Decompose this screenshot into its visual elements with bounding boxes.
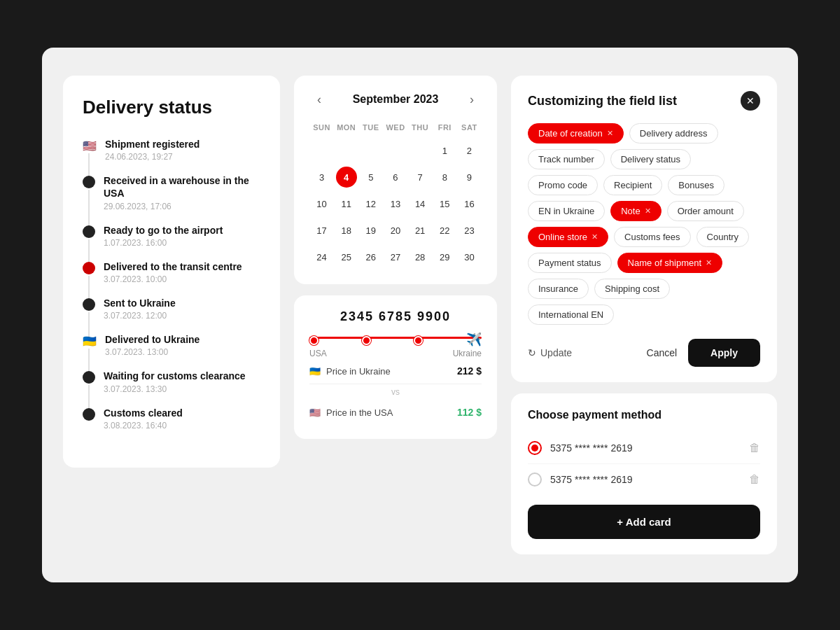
calendar-day[interactable]: 21 xyxy=(408,217,433,244)
close-customizing-button[interactable]: ✕ xyxy=(741,91,760,111)
field-tag[interactable]: Bonuses xyxy=(668,175,724,195)
apply-button[interactable]: Apply xyxy=(688,339,760,367)
calendar-day[interactable]: 8 xyxy=(433,164,457,190)
calendar-day[interactable]: 4 xyxy=(334,164,358,190)
calendar-next-button[interactable]: › xyxy=(462,90,482,109)
customizing-title: Customizing the field list xyxy=(528,94,677,108)
calendar-day[interactable]: 18 xyxy=(334,217,358,244)
price-ukraine-amount: 212 $ xyxy=(457,365,482,377)
field-tag[interactable]: Track number xyxy=(528,149,605,169)
calendar-day[interactable]: 20 xyxy=(383,217,407,244)
field-tag[interactable]: Customs fees xyxy=(614,227,690,247)
field-tag[interactable]: Promo code xyxy=(528,175,598,195)
calendar-day[interactable]: 28 xyxy=(408,244,433,270)
calendar-day[interactable]: 22 xyxy=(433,217,457,244)
calendar-day[interactable]: 3 xyxy=(309,164,334,190)
customizing-card: Customizing the field list ✕ Date of cre… xyxy=(511,76,777,382)
card-number: 5375 **** **** 2619 xyxy=(550,474,633,485)
weekday-header: TUE xyxy=(358,120,383,137)
status-label: Received in a warehouse in the USA xyxy=(104,174,260,200)
calendar-day[interactable]: 25 xyxy=(334,244,358,270)
delete-card-button[interactable]: 🗑 xyxy=(749,473,760,486)
calendar-day[interactable]: 2 xyxy=(457,137,482,164)
status-label: Ready to go to the airport xyxy=(104,224,223,237)
tag-remove-icon[interactable]: ✕ xyxy=(645,206,651,216)
calendar-day[interactable]: 24 xyxy=(309,244,334,270)
mid-dot2 xyxy=(414,336,423,345)
calendar-day[interactable]: 7 xyxy=(408,164,433,190)
field-tag[interactable]: Recipient xyxy=(603,175,662,195)
calendar-day xyxy=(334,137,358,164)
status-date: 24.06.2023, 19:27 xyxy=(105,152,200,162)
route-dots: ✈️ xyxy=(309,333,482,347)
calendar-day[interactable]: 27 xyxy=(383,244,407,270)
radio-button[interactable] xyxy=(528,441,542,455)
calendar-prev-button[interactable]: ‹ xyxy=(309,90,329,109)
field-tag[interactable]: Order amount xyxy=(667,201,744,221)
weekday-header: THU xyxy=(408,120,433,137)
weekday-header: FRI xyxy=(433,120,457,137)
calendar-day[interactable]: 14 xyxy=(408,190,433,217)
field-tag[interactable]: Insurance xyxy=(528,279,589,299)
calendar-day[interactable]: 30 xyxy=(457,244,482,270)
calendar-day[interactable]: 12 xyxy=(358,190,383,217)
weekday-header: WED xyxy=(383,120,407,137)
update-button[interactable]: ↻ Update xyxy=(528,347,572,358)
calendar-title: September 2023 xyxy=(353,93,439,106)
weekday-header: SUN xyxy=(309,120,334,137)
delivery-status-panel: Delivery status 🇺🇸 Shipment registered 2… xyxy=(63,76,280,468)
status-list: 🇺🇸 Shipment registered 24.06.2023, 19:27… xyxy=(83,138,260,430)
status-dot xyxy=(83,262,95,274)
calendar-day[interactable]: 1 xyxy=(433,137,457,164)
field-tag[interactable]: International EN xyxy=(528,304,614,325)
field-tag[interactable]: Delivery status xyxy=(610,149,691,169)
tags-grid[interactable]: Date of creation✕Delivery addressTrack n… xyxy=(528,123,760,325)
field-tag[interactable]: Online store✕ xyxy=(528,227,608,247)
calendar-day[interactable]: 19 xyxy=(358,217,383,244)
calendar-header: ‹ September 2023 › xyxy=(309,90,482,109)
tag-remove-icon[interactable]: ✕ xyxy=(592,232,598,241)
calendar-day[interactable]: 6 xyxy=(383,164,407,190)
refresh-icon: ↻ xyxy=(528,347,536,358)
tag-remove-icon[interactable]: ✕ xyxy=(607,129,613,138)
tag-remove-icon[interactable]: ✕ xyxy=(706,258,712,267)
calendar-day[interactable]: 5 xyxy=(358,164,383,190)
calendar-day[interactable]: 17 xyxy=(309,217,334,244)
radio-button[interactable] xyxy=(528,472,542,486)
field-tag[interactable]: Shipping cost xyxy=(594,279,670,299)
route-visualization: ✈️ xyxy=(309,337,482,339)
weekday-header: SAT xyxy=(457,120,482,137)
status-text: Sent to Ukraine 3.07.2023. 12:00 xyxy=(104,297,176,321)
usa-flag: 🇺🇸 xyxy=(309,407,321,418)
field-tag[interactable]: Payment status xyxy=(528,253,612,273)
calendar-day[interactable]: 26 xyxy=(358,244,383,270)
route-labels: USA Ukraine xyxy=(309,349,482,358)
status-date: 3.07.2023. 10:00 xyxy=(104,274,242,284)
field-tag[interactable]: Date of creation✕ xyxy=(528,123,624,144)
price-ukraine-row: 🇺🇦 Price in Ukraine 212 $ xyxy=(309,358,482,384)
payment-option[interactable]: 5375 **** **** 2619 🗑 xyxy=(528,464,760,495)
calendar-day[interactable]: 13 xyxy=(383,190,407,217)
field-tag[interactable]: Note✕ xyxy=(610,201,661,221)
field-tag[interactable]: Delivery address xyxy=(629,123,718,144)
radio-inner xyxy=(531,444,538,451)
field-tag[interactable]: EN in Ukraine xyxy=(528,201,605,221)
calendar-day[interactable]: 11 xyxy=(334,190,358,217)
calendar-day[interactable]: 15 xyxy=(433,190,457,217)
card-actions: ↻ Update Cancel Apply xyxy=(528,339,760,367)
calendar-day[interactable]: 16 xyxy=(457,190,482,217)
field-tag[interactable]: Country xyxy=(696,227,750,247)
cancel-button[interactable]: Cancel xyxy=(647,347,678,358)
calendar-day[interactable]: 10 xyxy=(309,190,334,217)
field-tag[interactable]: Name of shipment✕ xyxy=(617,253,723,273)
status-dot xyxy=(83,176,95,188)
status-flag-icon: 🇺🇸 xyxy=(83,139,97,153)
delete-card-button[interactable]: 🗑 xyxy=(749,442,760,454)
status-date: 3.08.2023. 16:40 xyxy=(104,421,183,430)
price-usa-label: 🇺🇸 Price in the USA xyxy=(309,407,393,418)
calendar-day[interactable]: 9 xyxy=(457,164,482,190)
add-card-button[interactable]: + Add card xyxy=(528,505,760,539)
calendar-day[interactable]: 29 xyxy=(433,244,457,270)
calendar-day[interactable]: 23 xyxy=(457,217,482,244)
payment-option[interactable]: 5375 **** **** 2619 🗑 xyxy=(528,433,760,464)
